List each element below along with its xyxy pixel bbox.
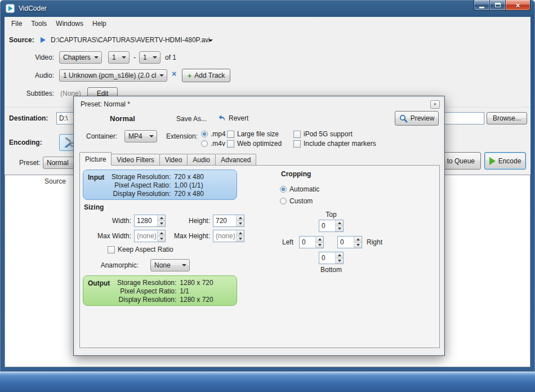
spin-down-button[interactable] — [237, 221, 244, 227]
info-label: Display Resolution: — [115, 296, 176, 304]
minimize-button[interactable] — [474, 0, 490, 11]
info-label: Pixel Aspect Ratio: — [110, 181, 171, 190]
preset-tabs: Picture Video Filters Video Audio Advanc… — [79, 152, 256, 166]
input-info-box: Input Storage Resolution:720 x 480 Pixel… — [83, 170, 237, 200]
output-box-rows: Storage Resolution:1280 x 720 Pixel Aspe… — [115, 279, 213, 302]
revert-arrow-icon — [218, 115, 226, 122]
container-combo[interactable]: MP4 — [124, 130, 157, 142]
add-track-button[interactable]: + Add Track — [182, 69, 230, 82]
taskbar[interactable] — [0, 372, 535, 392]
tab-advanced[interactable]: Advanced — [215, 154, 256, 166]
close-button[interactable]: × — [505, 0, 530, 11]
menu-tools[interactable]: Tools — [26, 17, 51, 30]
spin-up-button[interactable] — [336, 252, 343, 259]
spin-down-button[interactable] — [336, 259, 343, 264]
spin-up-button[interactable] — [158, 215, 165, 221]
menu-windows[interactable]: Windows — [51, 17, 88, 30]
crop-top-spinner[interactable]: 0 — [319, 220, 344, 232]
spin-down-button[interactable] — [237, 237, 244, 242]
close-icon: × — [516, 1, 520, 10]
radio-mp4[interactable]: .mp4 — [201, 130, 226, 138]
video-label: Video: — [9, 54, 54, 61]
max-height-label: Max Height: — [170, 232, 210, 240]
checkbox-web-optimized[interactable]: Web optimized — [227, 140, 282, 148]
output-info-box: Output Storage Resolution:1280 x 720 Pix… — [83, 275, 237, 306]
spin-down-button[interactable] — [336, 226, 343, 232]
checkbox-chapter-markers[interactable]: Include chapter markers — [293, 140, 376, 148]
dialog-close-button[interactable]: × — [430, 100, 440, 109]
preset-label: Preset: — [7, 159, 41, 167]
spin-down-button[interactable] — [158, 221, 165, 227]
height-label: Height: — [170, 217, 210, 225]
crop-left-label: Left — [282, 238, 293, 246]
spin-up-button[interactable] — [354, 237, 362, 243]
anamorphic-combo[interactable]: None — [150, 259, 190, 271]
tab-audio[interactable]: Audio — [187, 154, 216, 166]
height-spinner[interactable]: 720 — [213, 215, 244, 227]
spin-up-button[interactable] — [237, 215, 244, 221]
spin-up-button[interactable] — [336, 220, 343, 226]
radio-m4v[interactable]: .m4v — [201, 140, 225, 148]
crop-left-spinner[interactable]: 0 — [299, 236, 324, 248]
encode-play-icon — [489, 157, 496, 165]
cropping-title: Cropping — [281, 170, 311, 178]
range-separator: - — [133, 54, 136, 61]
remove-track-icon[interactable]: × — [172, 69, 176, 78]
range-type-combo[interactable]: Chapters — [59, 51, 102, 64]
preview-button[interactable]: Preview — [395, 111, 439, 126]
save-as-button[interactable]: Save As... — [174, 114, 209, 124]
screen: VidCoder × File Tools Windows Help Sourc… — [0, 0, 535, 392]
spin-up-button[interactable] — [237, 230, 244, 237]
maximize-icon — [495, 3, 501, 7]
crop-right-spinner[interactable]: 0 — [337, 236, 362, 248]
tab-picture[interactable]: Picture — [79, 152, 112, 166]
encode-button[interactable]: Encode — [484, 152, 526, 170]
sizing-title: Sizing — [84, 203, 104, 211]
source-path[interactable]: D:\CAPTURAS\CAPTURAS\AVERTV-HDMI-480P.av… — [51, 36, 210, 44]
info-label: Pixel Aspect Ratio: — [115, 287, 176, 296]
chapter-from-combo[interactable]: 1 — [108, 51, 130, 64]
info-value: 1280 x 720 — [180, 279, 213, 287]
spin-down-button[interactable] — [158, 237, 165, 242]
titlebar[interactable]: VidCoder × — [0, 0, 535, 17]
chevron-down-icon — [153, 56, 157, 61]
checkbox-ipod-5g[interactable]: iPod 5G support — [293, 130, 353, 138]
checkbox-keep-aspect-ratio[interactable]: Keep Aspect Ratio — [108, 246, 173, 253]
preset-dialog-title: Preset: Normal * — [81, 100, 130, 108]
info-label: Storage Resolution: — [115, 279, 176, 287]
browse-button[interactable]: Browse... — [487, 112, 527, 124]
extension-label: Extension: — [166, 132, 198, 140]
width-label: Width: — [85, 217, 131, 225]
spin-up-button[interactable] — [158, 230, 165, 237]
magnifier-icon — [399, 114, 408, 123]
audio-track-combo[interactable]: 1 Unknown (pcm_s16le) (2.0 ch) — [59, 69, 167, 82]
spin-down-button[interactable] — [316, 243, 323, 248]
input-box-title: Input — [88, 173, 104, 197]
crop-bottom-spinner[interactable]: 0 — [319, 252, 344, 264]
menu-help[interactable]: Help — [88, 17, 111, 30]
preset-dialog: Preset: Normal * × Normal Save As... Rev… — [73, 96, 445, 356]
info-value: 1/1 — [180, 287, 213, 296]
revert-button[interactable]: Revert — [216, 113, 251, 123]
width-spinner[interactable]: 1280 — [134, 215, 166, 227]
radio-cropping-custom[interactable]: Custom — [280, 197, 313, 205]
chevron-down-icon — [149, 135, 154, 140]
radio-cropping-automatic[interactable]: Automatic — [280, 185, 319, 193]
source-dropdown-caret-icon[interactable] — [208, 39, 213, 44]
preset-dialog-titlebar[interactable]: Preset: Normal * × — [76, 99, 442, 110]
tab-video[interactable]: Video — [159, 154, 188, 166]
chapter-to-combo[interactable]: 1 — [139, 51, 160, 64]
max-width-spinner[interactable]: (none) — [134, 230, 166, 242]
maximize-button[interactable] — [490, 0, 505, 11]
spin-down-button[interactable] — [354, 243, 362, 248]
source-play-icon — [41, 37, 46, 43]
window-controls: × — [474, 0, 530, 11]
tab-video-filters[interactable]: Video Filters — [111, 154, 159, 166]
checkbox-large-file-size[interactable]: Large file size — [227, 130, 279, 138]
output-box-title: Output — [88, 279, 110, 302]
max-height-spinner[interactable]: (none) — [213, 230, 244, 242]
menu-file[interactable]: File — [7, 17, 26, 30]
radio-icon — [201, 140, 208, 147]
queue-column-header-source[interactable]: Source — [44, 177, 66, 185]
spin-up-button[interactable] — [316, 237, 323, 243]
